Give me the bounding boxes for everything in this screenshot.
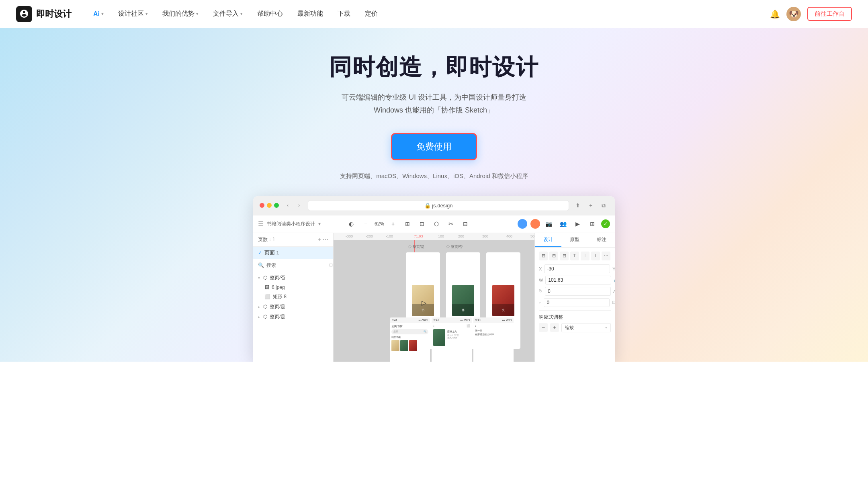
zoom-display[interactable]: 62% xyxy=(375,221,384,227)
phone-screenshot-2: 9:41▪▪▪ WiFi ‹ ⬜ xyxy=(432,317,472,362)
plus-zoom-tool[interactable]: + xyxy=(387,218,399,229)
share-button[interactable]: ⬆ xyxy=(573,201,583,210)
nav-our-advantage-label: 我们的优势 xyxy=(162,10,194,18)
resp-select[interactable]: 缩放 ▾ xyxy=(561,323,611,332)
align-center-btn[interactable]: ⊟ xyxy=(549,252,558,260)
nav-item-pricing[interactable]: 定价 xyxy=(359,7,383,20)
y-label: Y xyxy=(612,266,615,271)
nav-item-download[interactable]: 下载 xyxy=(332,7,356,20)
w-label: W xyxy=(539,278,543,283)
pages-header: 页数：1 + ⋯ xyxy=(253,233,333,247)
ruler-mark: -200 xyxy=(366,234,373,238)
right-panel-body: ⊟ ⊟ ⊟ ⊤ ⊥ ⊥ ⋯ X Y xyxy=(535,248,615,336)
tab-annotation[interactable]: 标注 xyxy=(588,233,615,247)
x-label: X xyxy=(539,266,542,271)
r2-prop-row: ⌐ ⊡ xyxy=(539,298,611,307)
ruler-mark: 100 xyxy=(438,234,444,238)
divider xyxy=(539,310,611,311)
add-tab-button[interactable]: + xyxy=(586,201,596,210)
nav-item-our-advantage[interactable]: 我们的优势 ▾ xyxy=(157,7,204,20)
align-left-btn[interactable]: ⊟ xyxy=(539,252,548,260)
expand-icon: ▸ xyxy=(258,305,260,309)
right-panel-tabs: 设计 原型 标注 xyxy=(535,233,615,248)
x-input[interactable] xyxy=(544,264,610,273)
panel-actions: + ⋯ xyxy=(318,236,328,243)
check-icon: ✓ xyxy=(258,250,262,256)
filter-icon[interactable]: ⊟ xyxy=(329,262,333,268)
r2-input[interactable] xyxy=(544,298,610,307)
hero-subtitle-line1: 可云端编辑的专业级 UI 设计工具，为中国设计师量身打造 xyxy=(342,93,526,101)
corner-icon: ⌐ xyxy=(539,300,541,305)
ruler-mark: 500 xyxy=(530,234,534,238)
play-tool[interactable]: ▶ xyxy=(572,218,583,229)
grid-tool[interactable]: ⊞ xyxy=(402,218,413,229)
canvas-area: -300 -200 -100 71.93 100 200 300 400 500 xyxy=(334,233,534,362)
cta-button[interactable]: 免费使用 xyxy=(391,133,477,160)
w-input[interactable] xyxy=(545,276,611,285)
wh-prop-row: W 🔗 H xyxy=(539,276,611,285)
r1-input[interactable] xyxy=(545,287,611,296)
menu-icon[interactable]: ☰ xyxy=(258,220,264,228)
responsive-title: 响应式调整 xyxy=(539,314,611,321)
resp-plus-button[interactable]: + xyxy=(550,323,559,332)
search-input[interactable] xyxy=(266,262,327,268)
bell-icon[interactable]: 🔔 xyxy=(770,9,780,19)
more-pages-icon[interactable]: ⋯ xyxy=(323,236,328,243)
design-community-chevron-icon: ▾ xyxy=(145,11,148,16)
grid2-tool[interactable]: ⊞ xyxy=(587,218,598,229)
back-button[interactable]: ‹ xyxy=(283,201,293,210)
ruler-mark-active: 71.93 xyxy=(414,234,423,238)
app-content: ☰ 书籍阅读类小程序设计 ▾ ◐ − 62% + ⊞ ⊡ ⬡ ✂ ⊟ xyxy=(253,215,615,362)
layer-item[interactable]: ▸ ⬡ 整页/是 xyxy=(253,302,333,312)
toolbar-left: ☰ 书籍阅读类小程序设计 ▾ xyxy=(258,220,321,228)
resp-minus-button[interactable]: − xyxy=(539,323,548,332)
layer-icon-image: 🖼 xyxy=(264,285,269,290)
layer-name: 6.jpeg xyxy=(272,285,285,290)
dropdown-icon: ▾ xyxy=(318,221,321,227)
canvas-ruler: -300 -200 -100 71.93 100 200 300 400 500 xyxy=(334,233,534,240)
layer-item[interactable]: ⬜ 矩形 8 xyxy=(253,292,333,302)
nav-item-design-community[interactable]: 设计社区 ▾ xyxy=(113,7,154,20)
file-name[interactable]: 书籍阅读类小程序设计 xyxy=(267,221,315,227)
align-top-btn[interactable]: ⊤ xyxy=(570,252,579,260)
nav-item-ai[interactable]: Ai ▾ xyxy=(88,8,109,20)
lock-icon[interactable]: 🔗 xyxy=(614,277,615,283)
scissors-tool[interactable]: ✂ xyxy=(445,218,457,229)
browser-url-bar[interactable]: 🔒 js.design xyxy=(308,200,569,211)
r1-prop-row: ↻ A ↔ xyxy=(539,287,611,296)
layer-icon-group: ⬡ xyxy=(263,275,267,280)
workspace-button[interactable]: 前往工作台 xyxy=(807,7,852,21)
distribute-btn[interactable]: ⋯ xyxy=(602,252,610,260)
layer-item[interactable]: ▸ ⬡ 整页/是 xyxy=(253,312,333,322)
tab-design[interactable]: 设计 xyxy=(535,233,561,247)
nav-item-new-features[interactable]: 最新功能 xyxy=(292,7,329,20)
left-panel: 页数：1 + ⋯ ✓ 页面 1 🔍 ⊟ xyxy=(253,233,334,362)
page-item-1[interactable]: ✓ 页面 1 xyxy=(253,247,333,259)
toggle-tool[interactable]: ◐ xyxy=(346,218,357,229)
tab-prototype[interactable]: 原型 xyxy=(561,233,588,247)
nav-logo[interactable]: 即时设计 xyxy=(16,6,72,22)
add-page-icon[interactable]: + xyxy=(318,236,321,243)
forward-button[interactable]: › xyxy=(294,201,304,210)
more-button[interactable]: ⧉ xyxy=(599,201,608,210)
layer-icon-group3: ⬡ xyxy=(263,314,267,319)
toolbar-center: ◐ − 62% + ⊞ ⊡ ⬡ ✂ ⊟ xyxy=(346,218,471,229)
align-tool[interactable]: ⊟ xyxy=(460,218,471,229)
frame-tool[interactable]: ⊡ xyxy=(416,218,428,229)
minus-zoom-tool[interactable]: − xyxy=(360,218,371,229)
align-right-btn[interactable]: ⊟ xyxy=(560,252,569,260)
align-bottom-btn[interactable]: ⊥ xyxy=(591,252,600,260)
responsive-controls: − + 缩放 ▾ xyxy=(539,323,611,332)
browser-nav-buttons: ‹ › xyxy=(283,201,304,210)
layer-item[interactable]: 🖼 6.jpeg xyxy=(253,283,333,292)
phone-screenshots: 9:41▪▪▪ WiFi 云阅书房 搜索🔍 我的书架 xyxy=(390,313,534,362)
nav-item-file-import[interactable]: 文件导入 ▾ xyxy=(207,7,248,20)
align-middle-btn[interactable]: ⊥ xyxy=(581,252,590,260)
component-tool[interactable]: ⬡ xyxy=(431,218,442,229)
frame-label: ◇ 整页/是 xyxy=(408,244,424,250)
camera-tool[interactable]: 📷 xyxy=(543,218,555,229)
user-avatar[interactable]: 🐶 xyxy=(786,7,801,21)
layer-item[interactable]: ▾ ⬡ 整页/否 xyxy=(253,273,333,283)
nav-item-help-center[interactable]: 帮助中心 xyxy=(252,7,289,20)
people-tool[interactable]: 👥 xyxy=(558,218,569,229)
